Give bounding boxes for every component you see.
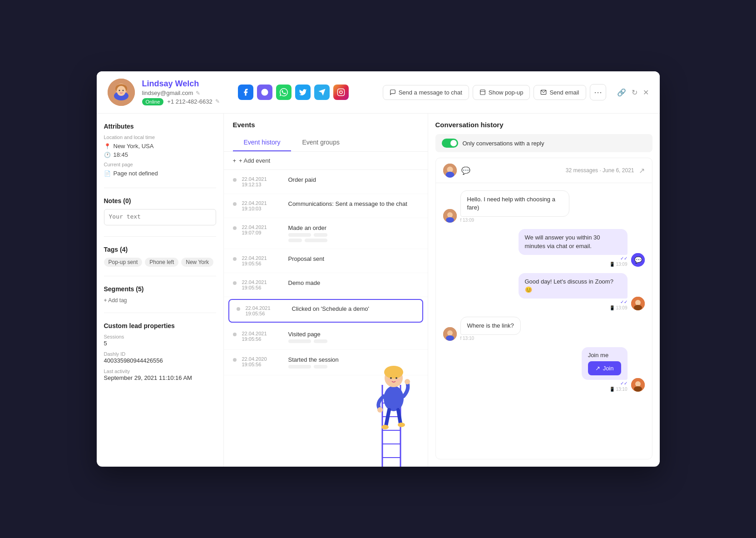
clock-icon: 🕐 [104,152,111,158]
conversation-session: 💬 32 messages · June 6, 2021 ↗ Hello. I … [435,158,652,459]
event-name: Order paid [288,176,419,183]
last-activity-label: Last activity [104,369,216,374]
svg-point-36 [446,217,454,223]
send-message-button[interactable]: Send a message to chat [383,85,469,100]
custom-props-title: Custom lead properties [104,322,216,329]
event-time: 22.04.202119:10:03 [242,200,283,211]
message-row: Join me ↗ Join ✓✓ 📱 13:10 [443,347,645,392]
event-item: 22.04.202119:10:03 Communications: Sent … [224,194,428,218]
external-link-icon[interactable]: ↗ [639,166,645,175]
svg-point-40 [635,300,641,305]
chat-icon[interactable]: 💬 [461,166,470,175]
close-icon[interactable]: ✕ [643,88,649,97]
add-event-plus: + [233,157,237,164]
message-bubble: Where is the link? [460,317,521,335]
more-actions-button[interactable]: ⋯ [590,84,606,100]
tag-new-york: New York [181,258,213,267]
add-tag-button[interactable]: + Add tag [104,297,216,304]
event-dot [233,178,237,182]
whatsapp-icon[interactable] [276,85,292,100]
edit-email-icon[interactable]: ✎ [196,90,200,96]
link-icon[interactable]: 🔗 [617,88,626,97]
svg-point-8 [340,91,342,94]
svg-point-43 [447,330,453,336]
sessions-label: Sessions [104,334,216,339]
refresh-icon[interactable]: ↻ [632,88,637,97]
message-content: Good day! Let's discuss in Zoom? 😊 ✓✓ 📱 … [519,273,628,310]
add-event-button[interactable]: + + Add event [224,152,428,170]
event-item: 22.04.202119:07:09 Made an order [224,218,428,249]
event-item: 22.04.202019:05:56 Started the session [224,350,428,375]
event-dot [233,226,237,230]
svg-point-23 [377,407,383,413]
join-card-label: Join me [588,352,621,359]
event-item-highlighted[interactable]: 22.04.202119:05:56 Clicked on 'Schedule … [228,299,423,323]
message-row: Hello. I need help with choosing a fare)… [443,190,645,223]
event-time: 22.04.202119:07:09 [242,224,283,235]
check-icon: ✓✓ [620,299,628,304]
event-time: 22.04.202119:05:56 [242,279,283,290]
edit-phone-icon[interactable]: ✎ [215,98,220,105]
filter-toggle[interactable] [442,139,458,148]
tag-popup-sent: Pop-up sent [104,258,143,267]
show-popup-button[interactable]: Show pop-up [473,85,530,100]
app-window: Lindsay Welch lindsey@gmail.com ✎ Online… [97,71,660,467]
svg-point-4 [117,86,126,96]
events-panel: Events Event history Event groups + + Ad… [224,114,428,467]
location-icon: 📍 [104,143,111,149]
message-avatar [443,209,457,223]
segments-section: Segments (5) + Add tag [104,285,216,304]
user-info: Lindsay Welch lindsey@gmail.com ✎ Online… [142,79,220,105]
instagram-icon[interactable] [333,85,349,100]
send-email-button[interactable]: Send email [534,85,586,100]
message-avatar [631,378,645,392]
last-activity-prop: Last activity September 29, 2021 11:10:1… [104,369,216,381]
conversation-panel: Conversation history Only conversations … [428,114,660,467]
message-content: Join me ↗ Join ✓✓ 📱 13:10 [582,347,628,392]
event-name: Proposal sent [288,255,419,262]
join-label: Join [603,365,614,372]
notes-input[interactable] [104,209,216,225]
event-item: 22.04.202119:05:56 Demo made [224,273,428,297]
session-meta: 32 messages · June 6, 2021 [566,167,634,174]
check-icon: ✓✓ [620,381,628,386]
viber-icon[interactable] [257,85,272,100]
message-meta: f 13:09 [460,218,569,223]
message-bubble: Good day! Let's discuss in Zoom? 😊 [519,273,628,299]
svg-point-26 [398,423,405,427]
conversation-title: Conversation history [435,121,652,129]
event-item: 22.04.202119:12:13 Order paid [224,170,428,194]
svg-point-41 [634,305,642,310]
svg-point-46 [635,381,641,387]
online-badge: Online [142,98,164,105]
dashly-id-label: Dashly ID [104,351,216,357]
message-avatar [631,297,645,310]
header-actions: Send a message to chat Show pop-up Send … [383,84,649,100]
message-row: 💬 We will answer you within 30 minutes v… [443,229,645,266]
tab-event-groups[interactable]: Event groups [291,134,351,151]
event-name: Visited page [288,331,419,343]
messages-count: 32 messages · June 6, 2021 [566,167,634,174]
svg-point-5 [119,90,120,91]
attributes-title: Attributes [104,123,216,130]
page-icon: 📄 [104,170,111,177]
message-bubble: Hello. I need help with choosing a fare) [460,190,569,217]
tags-list: Pop-up sent Phone left New York [104,258,216,267]
twitter-icon[interactable] [295,85,311,100]
message-avatar [443,327,457,341]
session-avatar [443,164,457,177]
events-tabs: Event history Event groups [233,134,419,151]
telegram-icon[interactable] [314,85,330,100]
sidebar: Attributes Location and local time 📍 New… [97,114,224,467]
event-name: Communications: Sent a message to the ch… [288,200,419,207]
avatar [108,79,135,106]
join-card: Join me ↗ Join [582,347,628,380]
location-value: New York, USA [114,143,154,149]
facebook-icon[interactable] [238,85,253,100]
event-item: 22.04.202119:05:56 Proposal sent [224,249,428,273]
svg-rect-7 [337,89,344,96]
attributes-section: Attributes Location and local time 📍 New… [104,123,216,179]
svg-point-30 [396,379,400,382]
join-button[interactable]: ↗ Join [588,361,621,375]
tab-event-history[interactable]: Event history [233,134,292,151]
